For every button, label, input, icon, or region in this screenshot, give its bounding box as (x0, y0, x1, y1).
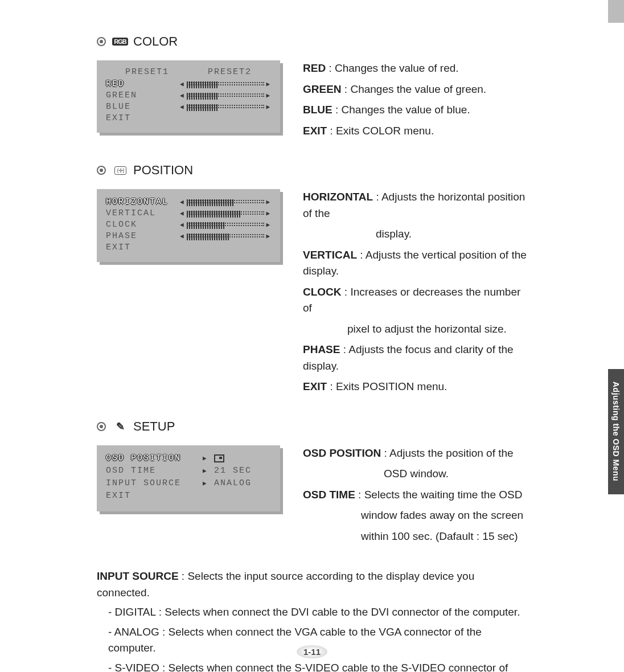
bullet-icon (97, 166, 106, 175)
osd-exit: EXIT (106, 243, 180, 252)
osd-osdtime-val: 21 SEC (214, 466, 252, 476)
position-icon: ⟨✛⟩ (112, 165, 129, 176)
osd-vertical: VERTICAL (106, 208, 180, 218)
setup-icon: ✎ (112, 421, 129, 432)
side-tab: Adjusting the OSD Menu (608, 369, 624, 494)
osd-phase: PHASE (106, 231, 180, 241)
osd-osdtime: OSD TIME (106, 466, 203, 476)
desc-color: RED : Changes the value of red. GREEN : … (303, 60, 486, 144)
osd-horizontal: HORIZONTAL (106, 197, 180, 207)
osd-blue: BLUE (106, 102, 180, 112)
rgb-icon: RGB (112, 36, 129, 47)
page-number: 1-11 (297, 645, 327, 658)
osd-position: HORIZONTAL◀▶ VERTICAL◀▶ CLOCK◀▶ PHASE◀▶ … (97, 189, 280, 262)
osd-input-val: ANALOG (214, 478, 252, 488)
desc-position: HORIZONTAL : Adjusts the horizontal posi… (303, 189, 529, 400)
osd-exit: EXIT (106, 113, 180, 123)
mini-screen-icon (214, 454, 224, 462)
side-tab-blank (608, 0, 624, 23)
osd-exit: EXIT (106, 491, 203, 501)
setup-title: SETUP (133, 419, 175, 434)
osd-setup: OSD POSITION▶ OSD TIME▶21 SEC INPUT SOUR… (97, 445, 280, 511)
section-title-position: ⟨✛⟩ POSITION (97, 163, 529, 178)
osd-osdpos: OSD POSITION (106, 453, 203, 463)
section-title-setup: ✎ SETUP (97, 419, 529, 434)
osd-red: RED (106, 79, 180, 89)
osd-green: GREEN (106, 91, 180, 100)
desc-setup: OSD POSITION : Adjusts the position of t… (303, 445, 523, 550)
color-title: COLOR (133, 34, 178, 49)
position-title: POSITION (133, 163, 193, 178)
osd-color: PRESET1 PRESET2 RED◀▶ GREEN◀▶ BLUE◀▶ EXI… (97, 60, 280, 133)
osd-clock: CLOCK (106, 220, 180, 230)
section-title-color: RGB COLOR (97, 34, 529, 49)
osd-input: INPUT SOURCE (106, 478, 203, 488)
osd-preset2: PRESET2 (208, 67, 252, 77)
bullet-icon (97, 422, 106, 431)
bullet-icon (97, 37, 106, 46)
osd-preset1: PRESET1 (125, 67, 169, 77)
